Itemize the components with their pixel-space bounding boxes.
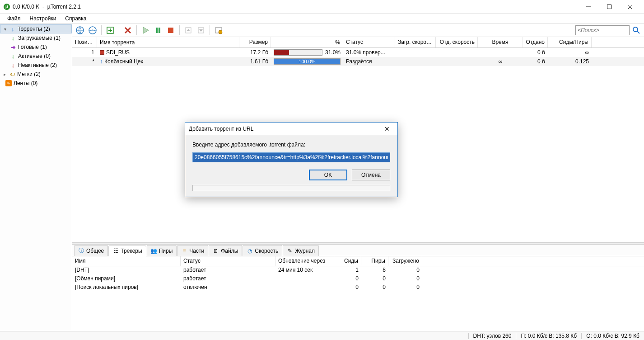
sidebar-item-downloading[interactable]: ↓ Загружаемые (1): [0, 33, 72, 42]
svg-rect-14: [156, 28, 158, 33]
chevron-down-icon[interactable]: ▾: [2, 27, 8, 32]
cell-name: ↑ Колбасный Цех: [97, 58, 239, 65]
sidebar-label: Торренты (2): [18, 26, 50, 32]
tab-general[interactable]: ⓘОбщее: [74, 245, 108, 256]
add-url-button[interactable]: [87, 24, 98, 36]
preferences-button[interactable]: [213, 24, 224, 36]
trk-upd: [275, 283, 334, 292]
sidebar-item-torrents[interactable]: ▾ ↓ Торренты (2): [0, 24, 72, 33]
move-down-button[interactable]: [195, 24, 207, 36]
statusbar: DHT: узлов 260 П: 0.0 Кб/с В: 135.8 Кб О…: [0, 331, 644, 340]
app-name: µTorrent 2.2.1: [47, 4, 81, 10]
dialog-close-button[interactable]: ✕: [380, 124, 394, 134]
cancel-button[interactable]: Отмена: [352, 170, 390, 180]
cell-status: Раздаётся: [343, 58, 395, 65]
sidebar-label: Неактивные (2): [18, 62, 57, 68]
tracker-row[interactable]: [Поиск локальных пиров] отключен 0 0 0: [72, 283, 644, 292]
pieces-icon: ≡: [181, 248, 187, 254]
stop-button[interactable]: [165, 24, 177, 36]
col-position[interactable]: Позиция: [72, 37, 97, 47]
minimize-button[interactable]: [578, 0, 599, 14]
trk-dl: 0: [388, 266, 422, 275]
remove-button[interactable]: [122, 24, 134, 36]
close-button[interactable]: [620, 0, 640, 14]
col-uploaded[interactable]: Отдано: [523, 37, 548, 47]
titlebar: µ 0.0 K/0.0 K - µTorrent 2.2.1: [0, 0, 644, 14]
download-green-icon: ↓: [10, 53, 16, 59]
trk-upd: 24 мин 10 сек: [275, 266, 334, 275]
cell-uspd: [436, 61, 478, 62]
tab-label: Файлы: [221, 248, 238, 254]
sidebar-item-labels[interactable]: ▸ 🏷 Метки (2): [0, 70, 72, 79]
download-icon: ↓: [9, 26, 16, 32]
menu-settings[interactable]: Настройки: [25, 14, 61, 23]
col-down-speed[interactable]: Загр. скорость: [395, 37, 436, 47]
cell-ratio: 0.125: [548, 58, 592, 65]
speed-text: 0.0 K/0.0 K: [13, 4, 39, 10]
col-size[interactable]: Размер: [239, 37, 271, 47]
trk-col-downloaded[interactable]: Загружено: [388, 256, 422, 266]
pause-button[interactable]: [152, 24, 164, 36]
create-torrent-button[interactable]: [104, 24, 116, 36]
tab-peers[interactable]: 👥Пиры: [147, 245, 177, 256]
trk-peer: 8: [361, 266, 388, 275]
tab-speed[interactable]: ◔Скорость: [243, 245, 282, 256]
col-up-speed[interactable]: Отд. скорость: [436, 37, 478, 47]
download-green-icon: ↓: [10, 35, 16, 41]
cell-status: 31.0% провер...: [343, 49, 395, 56]
search-button[interactable]: [630, 24, 642, 36]
cell-dspd: [395, 52, 436, 53]
trk-seed: 0: [334, 283, 361, 292]
window-controls: [578, 0, 640, 14]
tab-trackers[interactable]: ☷Трекеры: [108, 246, 146, 256]
tab-files[interactable]: 🗎Файлы: [209, 245, 242, 256]
menu-help[interactable]: Справка: [61, 14, 91, 23]
col-name[interactable]: Имя торрента: [97, 37, 239, 47]
trk-name: [DHT]: [72, 266, 181, 275]
tracker-row[interactable]: [Обмен пирами] работает 0 0 0: [72, 275, 644, 283]
dialog-title-text: Добавить торрент из URL: [189, 126, 380, 132]
col-percent[interactable]: %: [271, 37, 343, 47]
tracker-row[interactable]: [DHT] работает 24 мин 10 сек 1 8 0: [72, 266, 644, 275]
chevron-right-icon[interactable]: ▸: [2, 72, 7, 77]
url-input[interactable]: [192, 152, 390, 162]
sidebar-label: Ленты (0): [14, 80, 37, 86]
cell-size: 17.2 Гб: [239, 49, 271, 56]
svg-rect-15: [159, 28, 160, 33]
start-button[interactable]: [140, 24, 151, 36]
trk-col-status[interactable]: Статус: [181, 256, 275, 266]
col-time[interactable]: Время: [478, 37, 523, 47]
sidebar-item-inactive[interactable]: ↓ Неактивные (2): [0, 61, 72, 70]
tab-label: Пиры: [159, 248, 173, 254]
dialog-titlebar[interactable]: Добавить торрент из URL ✕: [185, 123, 397, 135]
tab-label: Общее: [86, 248, 104, 254]
col-status[interactable]: Статус: [343, 37, 395, 47]
dialog-progress: [192, 185, 390, 191]
cell-time: ∞: [478, 58, 523, 65]
trk-col-update[interactable]: Обновление через: [275, 256, 334, 266]
tab-pieces[interactable]: ≡Части: [177, 245, 208, 256]
trk-col-seeds[interactable]: Сиды: [334, 256, 361, 266]
torrent-row[interactable]: 1 SDI_RUS 17.2 Гб 31.0% 31.0% провер... …: [72, 48, 644, 57]
trk-col-peers[interactable]: Пиры: [361, 256, 388, 266]
cell-dspd: [395, 61, 436, 62]
search-input[interactable]: [575, 25, 630, 35]
status-download: П: 0.0 Кб/с В: 135.8 Кб: [516, 333, 581, 339]
svg-marker-18: [187, 29, 190, 31]
sidebar-item-active[interactable]: ↓ Активные (0): [0, 52, 72, 61]
maximize-button[interactable]: [599, 0, 620, 14]
menu-file[interactable]: Файл: [3, 14, 25, 23]
open-torrent-button[interactable]: [74, 24, 86, 36]
sidebar-item-feeds[interactable]: ∿ Ленты (0): [0, 79, 72, 88]
torrent-row[interactable]: * ↑ Колбасный Цех 1.61 Гб 100.0% Раздаёт…: [72, 57, 644, 66]
torrent-name: SDI_RUS: [106, 49, 130, 56]
trk-col-name[interactable]: Имя: [72, 256, 181, 266]
move-up-button[interactable]: [182, 24, 194, 36]
col-ratio[interactable]: Сиды/Пиры: [548, 37, 592, 47]
tab-log[interactable]: ✎Журнал: [283, 245, 319, 256]
sidebar-label: Активные (0): [18, 53, 51, 59]
percent-text: 31.0%: [325, 49, 341, 56]
svg-point-23: [633, 27, 638, 32]
ok-button[interactable]: OK: [309, 170, 347, 180]
sidebar-item-done[interactable]: ➜ Готовые (1): [0, 42, 72, 52]
